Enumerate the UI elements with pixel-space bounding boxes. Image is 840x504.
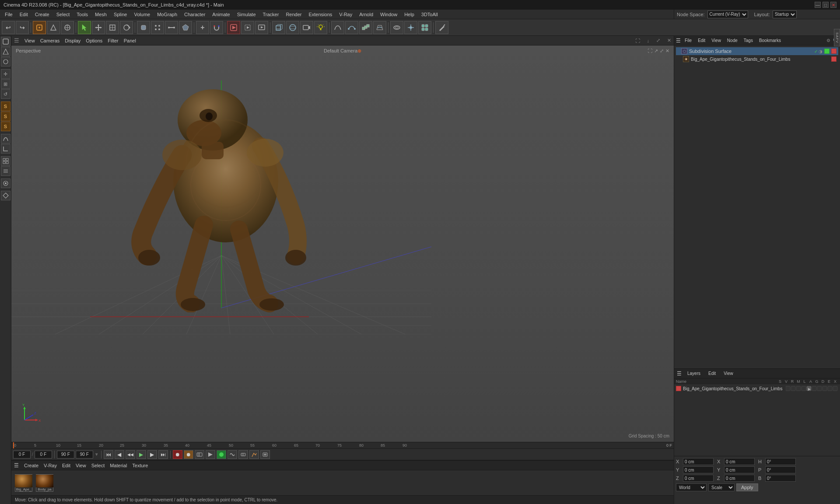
go-to-start-button[interactable]: ⏮ [104,450,113,459]
menu-mesh[interactable]: Mesh [92,11,110,18]
coord-y-pos[interactable] [683,466,714,473]
material-menu-icon[interactable]: ☰ [14,462,19,469]
mograph-button[interactable] [418,21,431,34]
menu-render[interactable]: Render [283,11,304,18]
material-swatch-big-ape[interactable]: Big_Ape_ [15,474,32,492]
coord-z-rot[interactable] [724,475,755,482]
transform-mode-select[interactable]: Scale Move Rotate [708,483,735,491]
sidebar-circle-btn[interactable] [1,178,10,188]
menu-spline[interactable]: Spline [111,11,130,18]
sidebar-s1-btn[interactable]: S [1,102,10,111]
viewport-ctrl-2[interactable]: ↓ [647,38,650,43]
scale-tool-button[interactable] [106,21,119,34]
transport-dropdown[interactable]: ▼ [94,452,99,457]
start-frame-field[interactable] [35,451,52,458]
viewport-ctrl-1[interactable]: ⛶ [635,38,640,43]
rp-view-btn[interactable]: View [709,37,723,44]
viewport-icon-2[interactable]: ↗ [654,48,658,54]
menu-tracker[interactable]: Tracker [260,11,282,18]
preview-start-field[interactable] [57,451,74,458]
viewport-icon-4[interactable]: ✕ [665,48,669,54]
obj-big-ape-mesh[interactable]: ▣ Big_Ape_Gigantopithecus_Stands_on_Four… [676,55,838,63]
rp-file-btn[interactable]: File [682,37,694,44]
sidebar-s3-btn[interactable]: S [1,122,10,131]
cube-primitive-button[interactable] [272,21,285,34]
layers-edit-btn[interactable]: Edit [706,370,718,377]
undo-button[interactable]: ↩ [2,21,15,34]
sidebar-s2-btn[interactable]: S [1,112,10,121]
add-tool-button[interactable]: + [196,21,209,34]
rotate-tool-button[interactable] [120,21,133,34]
obj-visible-icon[interactable]: ✓ [814,49,818,54]
texture-mode-button[interactable] [47,21,60,34]
auto-keyframe-button[interactable]: ⏺ [184,450,193,459]
material-menu-create[interactable]: Create [24,463,38,468]
viewport-icon-3[interactable]: ⤢ [660,48,664,54]
render-region-button[interactable] [241,21,254,34]
effector-button[interactable] [404,21,417,34]
node-space-select[interactable]: Current (V-Ray) [707,10,748,18]
sidebar-layer-btn[interactable] [1,166,10,176]
edge-mode-button[interactable] [165,21,178,34]
menu-simulate[interactable]: Simulate [234,11,259,18]
point-mode-button[interactable] [151,21,164,34]
menu-animate[interactable]: Animate [209,11,233,18]
layers-menu-icon[interactable]: ☰ [677,371,682,377]
menu-file[interactable]: File [2,11,16,18]
sidebar-rotate-btn[interactable]: ↺ [1,89,10,99]
sidebar-grid-btn[interactable] [1,156,10,166]
render-to-picture-viewer-button[interactable] [255,21,268,34]
coord-x-pos[interactable] [683,458,714,465]
rp-bookmarks-btn[interactable]: Bookmarks [757,37,783,44]
current-frame-field[interactable] [13,451,31,458]
rp-tags-btn[interactable]: Tags [742,37,755,44]
sidebar-move-btn[interactable]: ✛ [1,69,10,79]
play-reverse-button[interactable]: ◀◀ [126,450,135,459]
coord-p-val[interactable] [765,466,796,473]
layers-view-btn[interactable]: View [721,370,735,377]
viewport-menu-filter[interactable]: Filter [108,38,118,43]
preview-end-field[interactable] [76,451,93,458]
viewport-menu-icon[interactable]: ☰ [14,37,19,44]
menu-edit[interactable]: Edit [17,11,31,18]
record-keyframe-button[interactable]: ⏺ [173,450,182,459]
sidebar-model-btn[interactable] [1,37,10,46]
rp-filter-icon[interactable]: ⚙ [826,38,830,43]
viewport-menu-display[interactable]: Display [65,38,80,43]
timeline-view-button[interactable] [195,450,204,459]
deformer-button[interactable] [373,21,386,34]
material-menu-texture[interactable]: Texture [132,463,148,468]
sidebar-l-btn[interactable] [1,144,10,154]
menu-help[interactable]: Help [401,11,417,18]
cloner-button[interactable] [359,21,372,34]
sidebar-texture-btn[interactable] [1,47,10,56]
coord-y-rot[interactable] [724,466,755,473]
rp-menu-icon[interactable]: ☰ [676,38,681,44]
render-button[interactable] [227,21,240,34]
timeline-ruler[interactable]: 0 5 10 15 20 25 30 35 40 45 50 55 60 65 … [11,442,674,449]
apply-button[interactable]: Apply [736,483,758,491]
field-button[interactable] [390,21,403,34]
mode-tab-1[interactable]: SAFV [834,29,840,46]
material-swatch-body-paint[interactable]: Body_pa [36,474,53,492]
edit-motion-button[interactable] [249,450,259,459]
sidebar-diamond-btn[interactable] [1,191,10,200]
rp-edit-btn[interactable]: Edit [696,37,707,44]
menu-tools[interactable]: Tools [74,11,91,18]
morph-button[interactable] [228,450,237,459]
viewport-ctrl-3[interactable]: ⤢ [656,38,660,43]
maximize-button[interactable]: □ [822,2,829,8]
obj-render-icon[interactable]: ◑ [819,49,822,54]
layout-select[interactable]: Startup [773,10,797,18]
layer-item-big-ape[interactable]: Big_Ape_Gigantopithecus_Stands_on_Four_L… [674,385,840,392]
motion-button[interactable] [238,450,248,459]
menu-arnold[interactable]: Arnold [356,11,376,18]
play-button[interactable]: ▶ [136,450,146,459]
polygon-mode-button[interactable] [179,21,192,34]
light-object-button[interactable] [314,21,327,34]
viewport-ctrl-4[interactable]: ✕ [667,38,671,43]
close-button[interactable]: ✕ [830,2,836,8]
knife-tool-button[interactable] [435,21,448,34]
coord-z-pos[interactable] [683,475,714,482]
sidebar-scale-btn[interactable]: ⊞ [1,79,10,89]
